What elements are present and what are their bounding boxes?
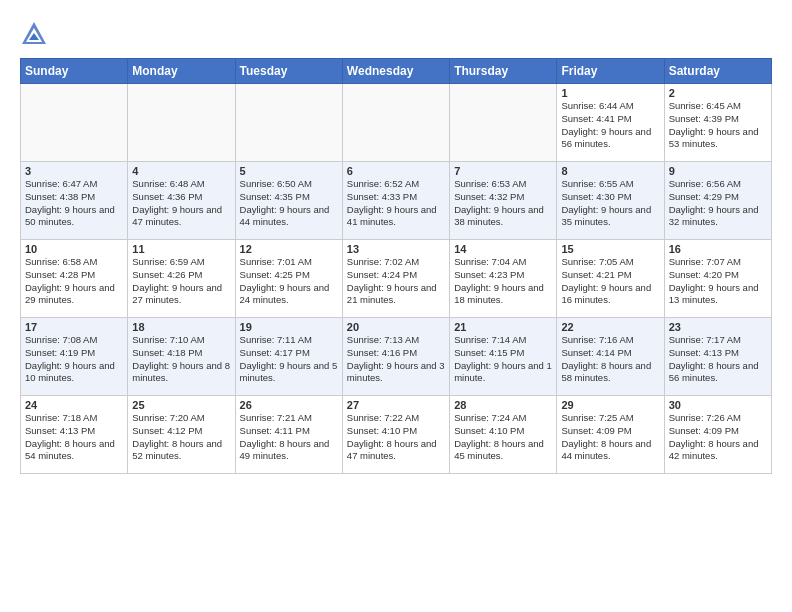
calendar-header-row: SundayMondayTuesdayWednesdayThursdayFrid…	[21, 59, 772, 84]
day-number: 2	[669, 87, 767, 99]
calendar-cell: 15Sunrise: 7:05 AM Sunset: 4:21 PM Dayli…	[557, 240, 664, 318]
day-info: Sunrise: 7:10 AM Sunset: 4:18 PM Dayligh…	[132, 334, 230, 385]
day-info: Sunrise: 7:25 AM Sunset: 4:09 PM Dayligh…	[561, 412, 659, 463]
calendar-cell	[128, 84, 235, 162]
day-info: Sunrise: 7:01 AM Sunset: 4:25 PM Dayligh…	[240, 256, 338, 307]
day-info: Sunrise: 7:08 AM Sunset: 4:19 PM Dayligh…	[25, 334, 123, 385]
day-number: 16	[669, 243, 767, 255]
calendar-cell: 18Sunrise: 7:10 AM Sunset: 4:18 PM Dayli…	[128, 318, 235, 396]
day-number: 8	[561, 165, 659, 177]
calendar-cell: 3Sunrise: 6:47 AM Sunset: 4:38 PM Daylig…	[21, 162, 128, 240]
weekday-header-thursday: Thursday	[450, 59, 557, 84]
calendar-cell: 2Sunrise: 6:45 AM Sunset: 4:39 PM Daylig…	[664, 84, 771, 162]
calendar-cell: 10Sunrise: 6:58 AM Sunset: 4:28 PM Dayli…	[21, 240, 128, 318]
day-number: 20	[347, 321, 445, 333]
calendar-cell: 20Sunrise: 7:13 AM Sunset: 4:16 PM Dayli…	[342, 318, 449, 396]
day-info: Sunrise: 6:52 AM Sunset: 4:33 PM Dayligh…	[347, 178, 445, 229]
day-info: Sunrise: 7:24 AM Sunset: 4:10 PM Dayligh…	[454, 412, 552, 463]
calendar-cell: 26Sunrise: 7:21 AM Sunset: 4:11 PM Dayli…	[235, 396, 342, 474]
calendar-cell: 25Sunrise: 7:20 AM Sunset: 4:12 PM Dayli…	[128, 396, 235, 474]
calendar-cell: 1Sunrise: 6:44 AM Sunset: 4:41 PM Daylig…	[557, 84, 664, 162]
day-info: Sunrise: 7:22 AM Sunset: 4:10 PM Dayligh…	[347, 412, 445, 463]
day-info: Sunrise: 6:50 AM Sunset: 4:35 PM Dayligh…	[240, 178, 338, 229]
calendar-cell: 19Sunrise: 7:11 AM Sunset: 4:17 PM Dayli…	[235, 318, 342, 396]
weekday-header-friday: Friday	[557, 59, 664, 84]
day-number: 29	[561, 399, 659, 411]
day-info: Sunrise: 7:05 AM Sunset: 4:21 PM Dayligh…	[561, 256, 659, 307]
calendar-cell: 8Sunrise: 6:55 AM Sunset: 4:30 PM Daylig…	[557, 162, 664, 240]
day-number: 11	[132, 243, 230, 255]
weekday-header-saturday: Saturday	[664, 59, 771, 84]
day-number: 14	[454, 243, 552, 255]
calendar-cell: 12Sunrise: 7:01 AM Sunset: 4:25 PM Dayli…	[235, 240, 342, 318]
day-number: 21	[454, 321, 552, 333]
calendar-week-4: 17Sunrise: 7:08 AM Sunset: 4:19 PM Dayli…	[21, 318, 772, 396]
day-info: Sunrise: 6:47 AM Sunset: 4:38 PM Dayligh…	[25, 178, 123, 229]
day-info: Sunrise: 6:48 AM Sunset: 4:36 PM Dayligh…	[132, 178, 230, 229]
day-info: Sunrise: 7:11 AM Sunset: 4:17 PM Dayligh…	[240, 334, 338, 385]
weekday-header-tuesday: Tuesday	[235, 59, 342, 84]
day-info: Sunrise: 6:58 AM Sunset: 4:28 PM Dayligh…	[25, 256, 123, 307]
day-info: Sunrise: 6:55 AM Sunset: 4:30 PM Dayligh…	[561, 178, 659, 229]
day-number: 22	[561, 321, 659, 333]
day-info: Sunrise: 7:20 AM Sunset: 4:12 PM Dayligh…	[132, 412, 230, 463]
logo	[20, 20, 52, 48]
day-info: Sunrise: 7:14 AM Sunset: 4:15 PM Dayligh…	[454, 334, 552, 385]
day-number: 19	[240, 321, 338, 333]
day-number: 10	[25, 243, 123, 255]
calendar-week-5: 24Sunrise: 7:18 AM Sunset: 4:13 PM Dayli…	[21, 396, 772, 474]
calendar-cell: 4Sunrise: 6:48 AM Sunset: 4:36 PM Daylig…	[128, 162, 235, 240]
calendar-cell	[21, 84, 128, 162]
day-info: Sunrise: 7:04 AM Sunset: 4:23 PM Dayligh…	[454, 256, 552, 307]
day-info: Sunrise: 6:56 AM Sunset: 4:29 PM Dayligh…	[669, 178, 767, 229]
day-number: 30	[669, 399, 767, 411]
day-number: 13	[347, 243, 445, 255]
calendar-cell	[235, 84, 342, 162]
day-info: Sunrise: 6:45 AM Sunset: 4:39 PM Dayligh…	[669, 100, 767, 151]
day-info: Sunrise: 6:59 AM Sunset: 4:26 PM Dayligh…	[132, 256, 230, 307]
day-number: 1	[561, 87, 659, 99]
calendar-cell: 13Sunrise: 7:02 AM Sunset: 4:24 PM Dayli…	[342, 240, 449, 318]
calendar-cell: 28Sunrise: 7:24 AM Sunset: 4:10 PM Dayli…	[450, 396, 557, 474]
calendar-cell: 23Sunrise: 7:17 AM Sunset: 4:13 PM Dayli…	[664, 318, 771, 396]
day-number: 15	[561, 243, 659, 255]
day-info: Sunrise: 7:02 AM Sunset: 4:24 PM Dayligh…	[347, 256, 445, 307]
day-info: Sunrise: 6:44 AM Sunset: 4:41 PM Dayligh…	[561, 100, 659, 151]
main-container: SundayMondayTuesdayWednesdayThursdayFrid…	[0, 0, 792, 484]
calendar-week-3: 10Sunrise: 6:58 AM Sunset: 4:28 PM Dayli…	[21, 240, 772, 318]
day-number: 6	[347, 165, 445, 177]
calendar-table: SundayMondayTuesdayWednesdayThursdayFrid…	[20, 58, 772, 474]
day-info: Sunrise: 7:13 AM Sunset: 4:16 PM Dayligh…	[347, 334, 445, 385]
header	[20, 16, 772, 48]
calendar-cell: 30Sunrise: 7:26 AM Sunset: 4:09 PM Dayli…	[664, 396, 771, 474]
day-number: 27	[347, 399, 445, 411]
calendar-cell: 11Sunrise: 6:59 AM Sunset: 4:26 PM Dayli…	[128, 240, 235, 318]
day-info: Sunrise: 7:07 AM Sunset: 4:20 PM Dayligh…	[669, 256, 767, 307]
day-number: 7	[454, 165, 552, 177]
logo-icon	[20, 20, 48, 48]
calendar-cell: 6Sunrise: 6:52 AM Sunset: 4:33 PM Daylig…	[342, 162, 449, 240]
day-number: 17	[25, 321, 123, 333]
day-number: 9	[669, 165, 767, 177]
weekday-header-monday: Monday	[128, 59, 235, 84]
day-number: 26	[240, 399, 338, 411]
day-number: 5	[240, 165, 338, 177]
day-info: Sunrise: 6:53 AM Sunset: 4:32 PM Dayligh…	[454, 178, 552, 229]
calendar-cell: 9Sunrise: 6:56 AM Sunset: 4:29 PM Daylig…	[664, 162, 771, 240]
calendar-week-2: 3Sunrise: 6:47 AM Sunset: 4:38 PM Daylig…	[21, 162, 772, 240]
calendar-cell: 5Sunrise: 6:50 AM Sunset: 4:35 PM Daylig…	[235, 162, 342, 240]
calendar-cell: 17Sunrise: 7:08 AM Sunset: 4:19 PM Dayli…	[21, 318, 128, 396]
calendar-cell: 7Sunrise: 6:53 AM Sunset: 4:32 PM Daylig…	[450, 162, 557, 240]
day-info: Sunrise: 7:21 AM Sunset: 4:11 PM Dayligh…	[240, 412, 338, 463]
calendar-cell: 27Sunrise: 7:22 AM Sunset: 4:10 PM Dayli…	[342, 396, 449, 474]
calendar-cell	[342, 84, 449, 162]
day-number: 24	[25, 399, 123, 411]
day-info: Sunrise: 7:17 AM Sunset: 4:13 PM Dayligh…	[669, 334, 767, 385]
calendar-cell: 24Sunrise: 7:18 AM Sunset: 4:13 PM Dayli…	[21, 396, 128, 474]
day-number: 23	[669, 321, 767, 333]
day-number: 12	[240, 243, 338, 255]
day-info: Sunrise: 7:18 AM Sunset: 4:13 PM Dayligh…	[25, 412, 123, 463]
calendar-cell: 21Sunrise: 7:14 AM Sunset: 4:15 PM Dayli…	[450, 318, 557, 396]
calendar-cell: 29Sunrise: 7:25 AM Sunset: 4:09 PM Dayli…	[557, 396, 664, 474]
calendar-cell: 22Sunrise: 7:16 AM Sunset: 4:14 PM Dayli…	[557, 318, 664, 396]
